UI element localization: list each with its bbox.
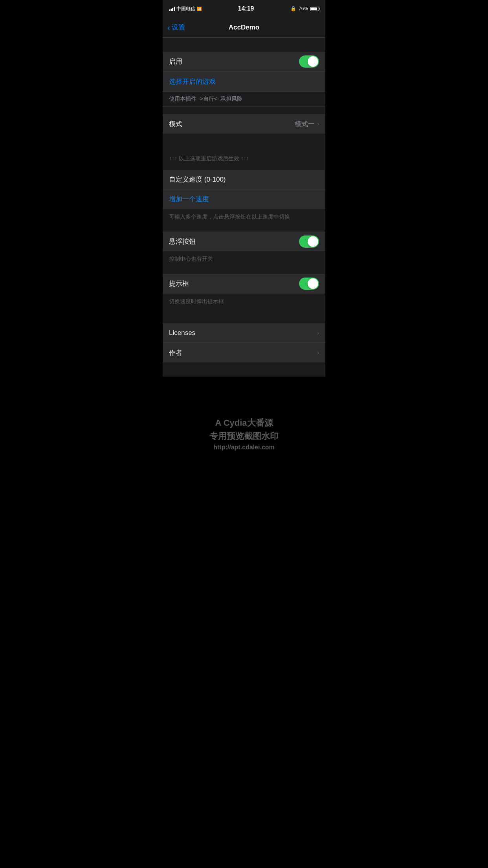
prompt-toggle[interactable] <box>299 278 319 290</box>
mode-chevron-icon: › <box>317 121 319 127</box>
signal-icon <box>169 6 175 11</box>
gap1 <box>163 107 325 114</box>
speed-note: 可输入多个速度，点击悬浮按钮在以上速度中切换 <box>163 209 325 225</box>
page-title: AccDemo <box>229 24 259 31</box>
select-game-label: 选择开启的游戏 <box>169 77 216 86</box>
enable-row: 启用 <box>163 52 325 72</box>
nav-bar: ‹ 设置 AccDemo <box>163 17 325 38</box>
wifi-icon: 📶 <box>197 7 202 11</box>
licenses-chevron-container: › <box>317 330 319 336</box>
restart-note-section: ↑↑↑ 以上选项重启游戏后生效 ↑↑↑ <box>163 148 325 170</box>
author-chevron-container: › <box>317 349 319 356</box>
gap5 <box>163 309 325 323</box>
custom-speed-row: 自定义速度 (0-100) <box>163 170 325 189</box>
enable-section: 启用 选择开启的游戏 <box>163 52 325 91</box>
mode-value: 模式一 <box>295 120 315 129</box>
author-chevron-icon: › <box>317 349 319 356</box>
float-button-toggle[interactable] <box>299 235 319 248</box>
float-button-section: 悬浮按钮 <box>163 232 325 251</box>
enable-toggle[interactable] <box>299 55 319 68</box>
custom-speed-label: 自定义速度 (0-100) <box>169 175 226 184</box>
battery-icon <box>310 7 319 11</box>
gap4 <box>163 267 325 274</box>
float-button-label: 悬浮按钮 <box>169 237 196 246</box>
licenses-row[interactable]: Licenses › <box>163 323 325 343</box>
select-game-row[interactable]: 选择开启的游戏 <box>163 72 325 91</box>
top-gap <box>163 38 325 52</box>
add-speed-row[interactable]: 增加一个速度 <box>163 189 325 209</box>
licenses-chevron-icon: › <box>317 330 319 336</box>
gap2 <box>163 134 325 148</box>
prompt-label: 提示框 <box>169 279 189 288</box>
restart-note: ↑↑↑ 以上选项重启游戏后生效 ↑↑↑ <box>163 151 325 167</box>
mode-label: 模式 <box>169 120 182 129</box>
battery-percent: 76% <box>299 6 308 11</box>
battery-fill <box>311 7 317 10</box>
enable-label: 启用 <box>169 57 182 66</box>
back-chevron-icon: ‹ <box>167 24 170 31</box>
gap3 <box>163 224 325 232</box>
mode-section: 模式 模式一 › <box>163 114 325 134</box>
add-speed-label: 增加一个速度 <box>169 195 209 204</box>
lock-icon: 🔒 <box>290 6 296 11</box>
status-right: 🔒 76% <box>290 6 319 11</box>
author-label: 作者 <box>169 348 182 357</box>
carrier-label: 中国电信 <box>176 6 195 12</box>
float-button-note: 控制中心也有开关 <box>163 251 325 267</box>
mode-value-container: 模式一 › <box>295 120 319 129</box>
prompt-row: 提示框 <box>163 274 325 294</box>
float-button-row: 悬浮按钮 <box>163 232 325 251</box>
licenses-label: Licenses <box>169 329 195 337</box>
misc-section: Licenses › 作者 › <box>163 323 325 362</box>
settings-container: 启用 选择开启的游戏 使用本插件 ->自行<- 承担风险 模式 模式一 › ↑↑… <box>163 38 325 377</box>
prompt-note: 切换速度时弹出提示框 <box>163 294 325 309</box>
float-toggle-thumb <box>308 236 318 247</box>
toggle-thumb <box>308 56 318 67</box>
status-time: 14:19 <box>238 5 254 12</box>
back-label: 设置 <box>172 23 185 32</box>
mode-row[interactable]: 模式 模式一 › <box>163 114 325 134</box>
author-row[interactable]: 作者 › <box>163 343 325 362</box>
disclaimer-row: 使用本插件 ->自行<- 承担风险 <box>163 91 325 107</box>
speed-section: 自定义速度 (0-100) 增加一个速度 <box>163 170 325 209</box>
status-left: 中国电信 📶 <box>169 6 202 12</box>
bottom-gap <box>163 362 325 377</box>
disclaimer-text: 使用本插件 ->自行<- 承担风险 <box>169 96 242 102</box>
prompt-toggle-thumb <box>308 278 318 289</box>
prompt-section: 提示框 <box>163 274 325 294</box>
back-button[interactable]: ‹ 设置 <box>167 23 185 32</box>
status-bar: 中国电信 📶 14:19 🔒 76% <box>163 0 325 17</box>
